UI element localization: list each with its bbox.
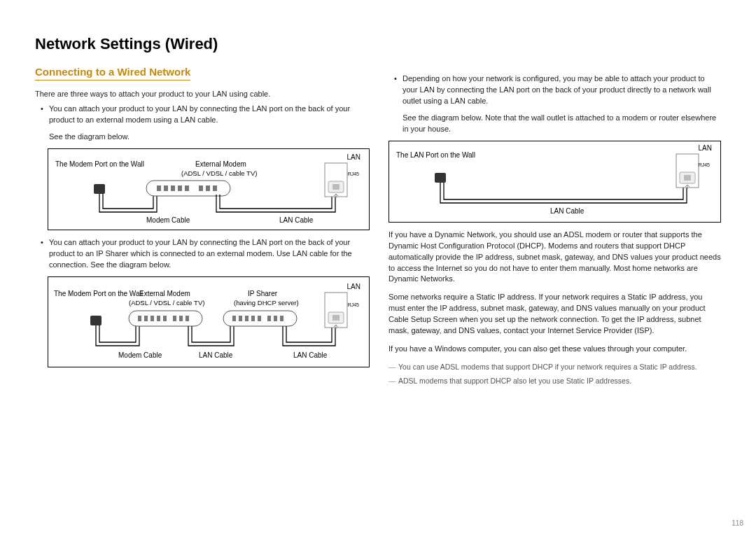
svg-rect-21	[179, 316, 183, 321]
page-content: Network Settings (Wired) Connecting to a…	[0, 0, 756, 390]
d3-lan: LAN	[699, 144, 712, 152]
notes-list: You can use ADSL modems that support DHC…	[388, 362, 721, 387]
svg-rect-16	[144, 316, 148, 321]
diagram-1: The Modem Port on the Wall External Mode…	[48, 148, 370, 230]
page-number: 118	[732, 519, 743, 527]
svg-rect-0	[94, 184, 105, 194]
diagram-2: The Modem Port on the Wall External Mode…	[48, 276, 370, 367]
paragraph-1: If you have a Dynamic Network, you shoul…	[388, 230, 721, 286]
svg-rect-5	[178, 185, 182, 191]
svg-rect-27	[251, 316, 255, 321]
svg-rect-20	[173, 316, 176, 321]
d2-wall-label: The Modem Port on the Wall	[54, 290, 143, 297]
bullet-item: You can attach your product to your LAN …	[49, 104, 368, 126]
svg-rect-13	[90, 316, 102, 325]
page-title: Network Settings (Wired)	[35, 35, 368, 53]
left-column: Network Settings (Wired) Connecting to a…	[35, 35, 368, 390]
svg-rect-9	[213, 185, 217, 191]
d2-lan-cable2: LAN Cable	[293, 351, 327, 359]
right-bullet-list: Depending on how your network is configu…	[388, 73, 721, 107]
svg-rect-24	[232, 316, 236, 321]
svg-rect-22	[186, 316, 189, 321]
bullet-list: You can attach your product to your LAN …	[35, 104, 368, 126]
note-item: ADSL modems that support DHCP also let y…	[398, 376, 721, 387]
d2-modem-label: External Modem	[139, 290, 190, 297]
svg-rect-34	[332, 315, 340, 321]
svg-rect-3	[164, 185, 168, 191]
svg-rect-38	[684, 175, 691, 181]
svg-rect-28	[258, 316, 261, 321]
svg-rect-7	[199, 185, 203, 191]
d1-modem-label: External Modem	[195, 160, 246, 168]
svg-rect-31	[280, 316, 284, 321]
svg-rect-29	[267, 316, 271, 321]
bullet-item: Depending on how your network is configu…	[402, 73, 721, 107]
svg-rect-25	[239, 316, 242, 321]
right-column: Depending on how your network is configu…	[388, 35, 721, 390]
svg-rect-8	[206, 185, 210, 191]
svg-rect-18	[157, 316, 160, 321]
d1-lan: LAN	[347, 153, 360, 161]
svg-rect-26	[245, 316, 248, 321]
svg-rect-17	[150, 316, 154, 321]
d3-wall-label: The LAN Port on the Wall	[396, 151, 475, 159]
d2-sharer-sub: (having DHCP server)	[234, 299, 299, 307]
note-item: You can use ADSL modems that support DHC…	[398, 362, 721, 373]
intro-text: There are three ways to attach your prod…	[35, 89, 368, 99]
d1-modem-sub: (ADSL / VDSL / cable TV)	[181, 169, 257, 177]
right-sub-text: See the diagram below. Note that the wal…	[402, 113, 721, 135]
d2-sharer-label: IP Sharer	[248, 290, 277, 297]
d2-lan-cable1: LAN Cable	[199, 351, 232, 359]
svg-rect-6	[185, 185, 189, 191]
svg-rect-15	[138, 316, 141, 321]
d1-modem-cable: Modem Cable	[146, 216, 190, 224]
bullet-item: You can attach your product to your LAN …	[49, 237, 368, 271]
d3-lan-cable: LAN Cable	[550, 207, 584, 215]
d1-wall-label: The Modem Port on the Wall	[55, 160, 144, 168]
svg-rect-19	[163, 316, 167, 321]
d1-rj45: RJ45	[348, 171, 359, 176]
see-diagram-text: See the diagram below.	[49, 132, 368, 143]
svg-rect-12	[332, 184, 340, 190]
section-heading: Connecting to a Wired Network	[35, 66, 190, 80]
svg-rect-35	[435, 173, 446, 183]
bullet-list-2: You can attach your product to your LAN …	[35, 237, 368, 271]
d2-rj45: RJ45	[348, 302, 359, 307]
svg-rect-4	[171, 185, 175, 191]
d2-modem-sub: (ADSL / VDSL / cable TV)	[129, 299, 204, 307]
paragraph-2: Some networks require a Static IP addres…	[388, 292, 721, 337]
d1-lan-cable: LAN Cable	[279, 216, 313, 224]
svg-rect-2	[157, 185, 161, 191]
svg-rect-30	[274, 316, 277, 321]
diagram-3: The LAN Port on the Wall LAN RJ45 LAN Ca…	[388, 141, 721, 223]
paragraph-3: If you have a Windows computer, you can …	[388, 344, 721, 355]
d2-lan: LAN	[347, 283, 360, 290]
d3-rj45: RJ45	[699, 162, 710, 167]
d2-modem-cable: Modem Cable	[118, 351, 162, 359]
